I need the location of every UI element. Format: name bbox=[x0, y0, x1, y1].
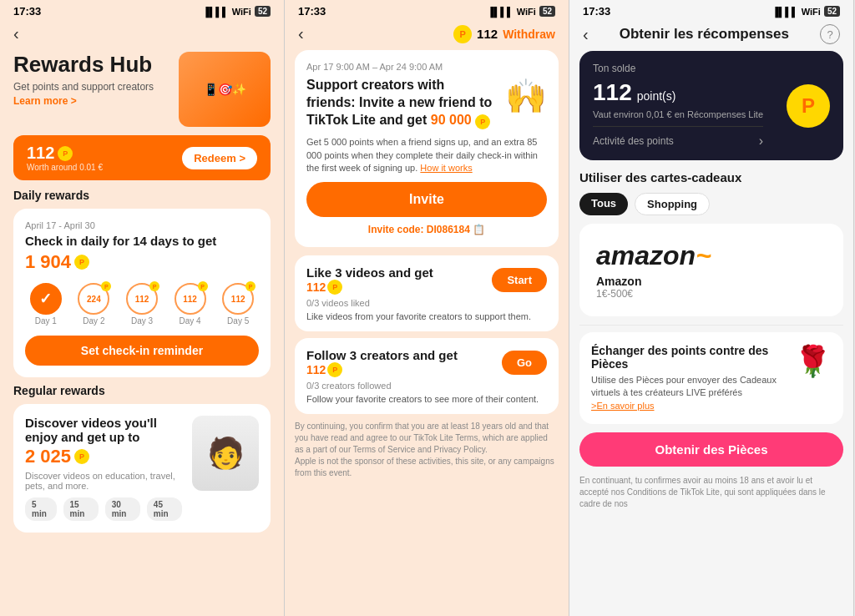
reminder-button[interactable]: Set check-in reminder bbox=[25, 336, 259, 366]
help-button[interactable]: ? bbox=[820, 24, 840, 44]
day-item-1: ✓ Day 1 bbox=[25, 283, 67, 326]
time-1: 17:33 bbox=[13, 5, 41, 18]
pieces-learn-more[interactable]: >En savoir plus bbox=[591, 401, 655, 411]
rewards-hub-subtitle: Get points and support creators bbox=[13, 81, 154, 93]
time-3: 17:33 bbox=[583, 5, 610, 18]
p3-header: ‹ Obtenir les récompenses ? bbox=[569, 21, 853, 51]
status-icons-2: ▐▌▌▌ WiFi 52 bbox=[488, 6, 555, 17]
promo-points-highlight: 90 000 bbox=[431, 113, 475, 127]
amazon-card[interactable]: amazon~ Amazon 1€-500€ bbox=[579, 224, 843, 316]
follow-title-group: Follow 3 creators and get 112 P bbox=[306, 348, 458, 377]
promo-illustration: 🙌 bbox=[505, 77, 547, 116]
coin-badge-5: P bbox=[245, 281, 255, 291]
follow-points: 112 P bbox=[306, 362, 458, 377]
withdraw-button[interactable]: Withdraw bbox=[503, 28, 555, 41]
invite-card: Apr 17 9:00 AM – Apr 24 9:00 AM Support … bbox=[295, 50, 559, 247]
day-label-5: Day 5 bbox=[227, 316, 249, 326]
header-points-value: 112 bbox=[477, 27, 498, 41]
promo-coin: P bbox=[475, 114, 490, 129]
balance-label: Ton solde bbox=[593, 63, 763, 74]
battery-icon-3: 52 bbox=[824, 6, 840, 17]
amazon-range: 1€-500€ bbox=[596, 288, 633, 300]
amazon-smile: ~ bbox=[696, 240, 711, 270]
day-circle-2: 224 P bbox=[78, 283, 109, 315]
invite-button[interactable]: Invite bbox=[306, 182, 547, 217]
back-button-1[interactable]: ‹ bbox=[13, 24, 19, 43]
time-45: 45 min bbox=[147, 497, 182, 521]
like-coin: P bbox=[327, 280, 342, 295]
signal-icon: ▐▌▌▌ bbox=[203, 7, 229, 17]
time-15: 15 min bbox=[63, 497, 99, 521]
like-desc: Like videos from your favorite creators … bbox=[306, 311, 547, 321]
follow-creators-card: Follow 3 creators and get 112 P Go 0/3 c… bbox=[295, 338, 559, 414]
regular-heading: Discover videos you'll enjoy and get up … bbox=[25, 416, 182, 444]
filter-shopping[interactable]: Shopping bbox=[635, 193, 710, 215]
signal-icon-3: ▐▌▌▌ bbox=[772, 7, 798, 17]
battery-icon: 52 bbox=[255, 6, 271, 17]
obtenir-pieces-button[interactable]: Obtenir des Pièces bbox=[579, 432, 843, 467]
status-bar-2: 17:33 ▐▌▌▌ WiFi 52 bbox=[285, 0, 569, 21]
time-2: 17:33 bbox=[298, 5, 326, 18]
day-row: ✓ Day 1 224 P Day 2 112 P Day 3 112 bbox=[25, 283, 259, 326]
coin-badge-4: P bbox=[198, 281, 208, 291]
learn-more-link[interactable]: Learn more > bbox=[13, 95, 77, 107]
follow-title: Follow 3 creators and get bbox=[306, 348, 458, 362]
time-30: 30 min bbox=[105, 497, 140, 521]
points-coin-daily: P bbox=[74, 255, 89, 270]
points-value: 112 P bbox=[27, 144, 103, 163]
day-circle-3: 112 P bbox=[126, 283, 158, 315]
back-button-2[interactable]: ‹ bbox=[298, 24, 304, 43]
time-5: 5 min bbox=[25, 497, 57, 521]
regular-video-thumbnail: 🧑 bbox=[192, 416, 259, 491]
follow-go-button[interactable]: Go bbox=[502, 351, 547, 375]
day-label-3: Day 3 bbox=[131, 316, 153, 326]
status-bar-1: 17:33 ▐▌▌▌ WiFi 52 bbox=[0, 0, 284, 21]
promo-hero: Support creators with friends: Invite a … bbox=[306, 77, 547, 129]
day-item-4: 112 P Day 4 bbox=[169, 283, 211, 326]
daily-section-title: Daily rewards bbox=[13, 189, 271, 202]
points-banner: 112 P Worth around 0.01 € Redeem > bbox=[13, 135, 271, 180]
daily-points: 1 904 P bbox=[25, 251, 259, 273]
filter-all[interactable]: Tous bbox=[579, 193, 628, 215]
invite-code: Invite code: DI086184 📋 bbox=[306, 224, 547, 235]
points-worth: Worth around 0.01 € bbox=[27, 163, 103, 172]
nav-1: ‹ bbox=[0, 21, 284, 43]
balance-worth: Vaut environ 0,01 € en Récompenses Lite bbox=[593, 109, 763, 119]
coin-badge-3: P bbox=[149, 281, 159, 291]
follow-desc: Follow your favorite creators to see mor… bbox=[306, 394, 547, 404]
copy-icon[interactable]: 📋 bbox=[473, 224, 485, 235]
like-points: 112 P bbox=[306, 280, 433, 295]
coin-icon: P bbox=[58, 146, 73, 161]
activity-arrow-icon: › bbox=[759, 134, 763, 149]
activity-row[interactable]: Activité des points › bbox=[593, 126, 763, 149]
redeem-button[interactable]: Redeem > bbox=[182, 147, 257, 169]
coin-badge-2: P bbox=[101, 281, 111, 291]
promo-date: Apr 17 9:00 AM – Apr 24 9:00 AM bbox=[306, 62, 547, 72]
back-button-3[interactable]: ‹ bbox=[583, 25, 589, 44]
status-icons-1: ▐▌▌▌ WiFi 52 bbox=[203, 6, 271, 17]
promo-title: Support creators with friends: Invite a … bbox=[306, 77, 497, 129]
promo-text: Support creators with friends: Invite a … bbox=[306, 77, 497, 129]
status-icons-3: ▐▌▌▌ WiFi 52 bbox=[772, 6, 840, 17]
rewards-hub-title: Rewards Hub bbox=[13, 52, 154, 78]
regular-card-section: Discover videos you'll enjoy and get up … bbox=[0, 404, 284, 533]
day-circle-5: 112 P bbox=[222, 283, 254, 315]
balance-value: 112 point(s) bbox=[593, 79, 763, 106]
promo-desc: Get 5 000 points when a friend signs up,… bbox=[306, 136, 547, 174]
regular-card: Discover videos you'll enjoy and get up … bbox=[13, 404, 271, 533]
follow-header-row: Follow 3 creators and get 112 P Go bbox=[306, 348, 547, 377]
regular-sub: Discover videos on education, travel, pe… bbox=[25, 471, 182, 491]
how-it-works-link[interactable]: How it works bbox=[420, 163, 472, 173]
balance-info: Ton solde 112 point(s) Vaut environ 0,01… bbox=[593, 63, 763, 149]
activity-label: Activité des points bbox=[593, 135, 674, 147]
like-start-button[interactable]: Start bbox=[492, 268, 547, 292]
panel-tasks: 17:33 ▐▌▌▌ WiFi 52 ‹ P 112 Withdraw Apr … bbox=[285, 0, 569, 616]
time-row: 5 min 15 min 30 min 45 min bbox=[25, 497, 182, 521]
like-title: Like 3 videos and get bbox=[306, 265, 433, 280]
daily-card: April 17 - April 30 Check in daily for 1… bbox=[13, 209, 271, 377]
pieces-rose-icon: 🌹 bbox=[794, 344, 832, 379]
amazon-label: Amazon bbox=[596, 275, 641, 288]
daily-heading: Check in daily for 14 days to get bbox=[25, 234, 259, 248]
status-bar-3: 17:33 ▐▌▌▌ WiFi 52 bbox=[569, 0, 853, 21]
day-item-3: 112 P Day 3 bbox=[121, 283, 163, 326]
